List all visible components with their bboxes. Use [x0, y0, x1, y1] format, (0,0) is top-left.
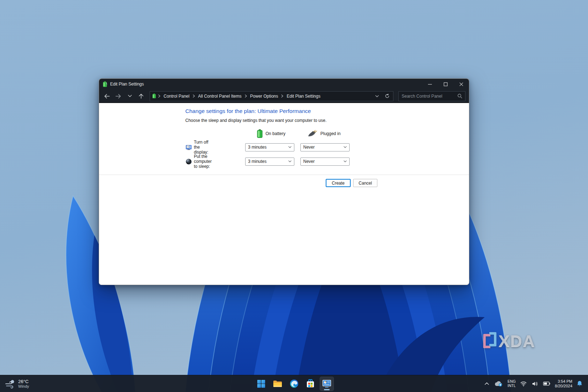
navigation-toolbar: Control Panel All Control Panel Items Po… [99, 89, 469, 103]
wifi-button[interactable] [520, 381, 527, 387]
microsoft-store-button[interactable] [303, 377, 318, 391]
chevron-down-icon [288, 160, 292, 163]
page-subtitle: Choose the sleep and display settings th… [185, 118, 326, 123]
start-button[interactable] [254, 377, 268, 391]
chevron-down-icon [375, 95, 379, 97]
cancel-button[interactable]: Cancel [353, 179, 377, 187]
maximize-icon [444, 82, 448, 86]
chevron-down-icon [288, 146, 292, 148]
edge-button[interactable] [287, 377, 301, 391]
refresh-button[interactable] [383, 92, 391, 100]
dropdown-value: Never [303, 145, 344, 150]
wifi-icon [520, 381, 527, 386]
put-computer-to-sleep-label: Put the computer to sleep: [194, 154, 212, 169]
address-dropdown-button[interactable] [373, 92, 381, 100]
up-arrow-icon [139, 93, 144, 99]
clock-widget[interactable]: 3:54 PM 8/20/2024 [555, 379, 572, 388]
close-icon [459, 82, 463, 86]
search-icon[interactable] [458, 94, 462, 98]
recent-pages-button[interactable] [125, 91, 135, 101]
breadcrumb-control-panel[interactable]: Control Panel [163, 93, 191, 99]
back-arrow-icon [104, 94, 110, 99]
chevron-right-icon [158, 94, 160, 98]
language-line2: INTL [507, 384, 516, 388]
control-panel-icon [322, 380, 331, 388]
sleep-moon-icon [186, 159, 192, 165]
battery-icon [257, 129, 263, 138]
notifications-button[interactable] [576, 380, 583, 387]
close-button[interactable] [453, 79, 469, 89]
on-battery-label: On battery [265, 131, 285, 136]
chevron-right-icon [245, 94, 247, 98]
breadcrumb-edit-plan-settings[interactable]: Edit Plan Settings [285, 93, 321, 99]
taskbar-app-icons [254, 377, 334, 391]
chevron-down-icon [344, 146, 347, 148]
file-explorer-icon [273, 380, 282, 388]
plug-icon [308, 130, 318, 137]
volume-button[interactable] [531, 381, 538, 387]
battery-tray-icon [543, 382, 550, 386]
turn-off-display-label: Turn off the display: [194, 140, 208, 155]
titlebar[interactable]: Edit Plan Settings [99, 79, 469, 89]
back-button[interactable] [102, 91, 112, 101]
chevron-right-icon [193, 94, 195, 98]
forward-arrow-icon [115, 94, 121, 99]
sleep-plugged-in-dropdown[interactable]: Never [300, 158, 350, 166]
sleep-on-battery-dropdown[interactable]: 3 minutes [245, 158, 294, 166]
desktop: XDA Edit Plan Settings [0, 0, 588, 392]
page-title: Change settings for the plan: Ultimate P… [185, 108, 311, 114]
xda-watermark: XDA [483, 331, 535, 351]
plugged-in-label: Plugged in [320, 131, 341, 136]
time-text: 3:54 PM [555, 379, 572, 384]
search-box [398, 91, 465, 101]
recent-pages-chevron-icon [128, 95, 132, 97]
window-content: Change settings for the plan: Ultimate P… [99, 103, 469, 285]
display-clock-icon [186, 144, 192, 150]
taskbar: 26°C Windy [0, 375, 588, 392]
breadcrumb-power-options[interactable]: Power Options [249, 93, 279, 99]
display-on-battery-dropdown[interactable]: 3 minutes [245, 143, 294, 151]
minimize-button[interactable] [422, 79, 438, 89]
minimize-icon [428, 82, 432, 86]
search-input[interactable] [402, 94, 458, 99]
dropdown-value: 3 minutes [248, 159, 288, 164]
weather-temperature: 26°C [18, 379, 29, 384]
file-explorer-button[interactable] [270, 377, 285, 391]
chevron-up-icon [485, 382, 489, 385]
onedrive-cloud-icon [494, 381, 503, 387]
control-panel-button[interactable] [320, 377, 334, 391]
language-indicator[interactable]: ENG INTL [507, 380, 516, 388]
plugged-in-column-header: Plugged in [308, 129, 341, 138]
up-button[interactable] [136, 91, 146, 101]
refresh-icon [385, 94, 390, 98]
breadcrumb-all-control-panel-items[interactable]: All Control Panel Items [197, 93, 243, 99]
on-battery-column-header: On battery [257, 129, 285, 138]
window-title: Edit Plan Settings [110, 82, 144, 87]
maximize-button[interactable] [438, 79, 453, 89]
dropdown-value: 3 minutes [248, 145, 288, 150]
xda-watermark-text: XDA [499, 331, 535, 351]
chevron-down-icon [344, 160, 347, 163]
battery-icon [152, 93, 156, 99]
battery-tray-button[interactable] [542, 381, 551, 386]
onedrive-button[interactable] [494, 380, 504, 387]
battery-icon [103, 81, 107, 87]
system-tray: ENG INTL [484, 379, 588, 388]
address-bar[interactable]: Control Panel All Control Panel Items Po… [150, 91, 393, 101]
edge-browser-icon [290, 379, 299, 388]
date-text: 8/20/2024 [555, 384, 572, 388]
display-plugged-in-dropdown[interactable]: Never [300, 143, 350, 151]
weather-widget[interactable]: 26°C Windy [0, 379, 78, 389]
volume-icon [532, 381, 538, 386]
chevron-right-icon [281, 94, 283, 98]
content-separator [99, 175, 469, 175]
windy-weather-icon [5, 379, 15, 388]
microsoft-store-icon [306, 379, 315, 388]
weather-condition: Windy [18, 384, 29, 389]
windows-start-icon [257, 380, 265, 388]
forward-button[interactable] [113, 91, 123, 101]
dropdown-value: Never [303, 159, 344, 164]
create-button[interactable]: Create [326, 179, 351, 187]
language-line1: ENG [507, 380, 516, 384]
show-hidden-icons-button[interactable] [484, 382, 490, 386]
